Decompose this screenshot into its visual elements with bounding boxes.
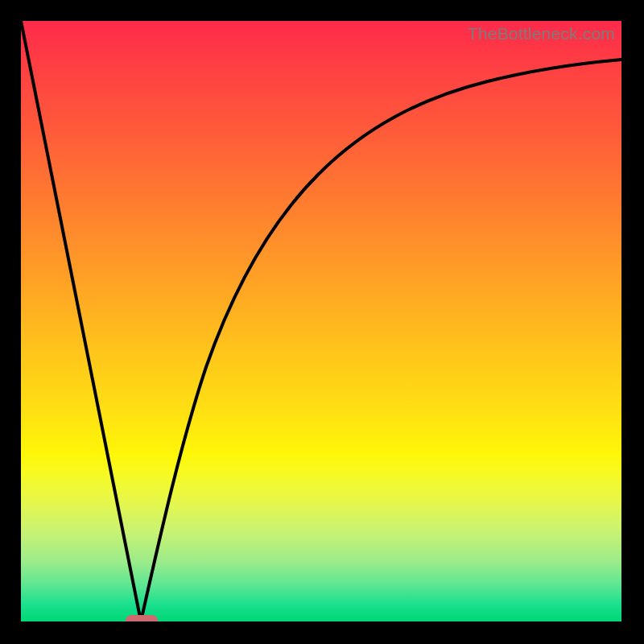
right-curve bbox=[141, 60, 621, 621]
chart-container: TheBottleneck.com bbox=[0, 0, 644, 644]
plot-area: TheBottleneck.com bbox=[21, 21, 621, 621]
curve-layer bbox=[21, 21, 621, 621]
watermark-text: TheBottleneck.com bbox=[468, 24, 615, 43]
trough-marker bbox=[126, 615, 158, 621]
left-line bbox=[21, 21, 141, 621]
